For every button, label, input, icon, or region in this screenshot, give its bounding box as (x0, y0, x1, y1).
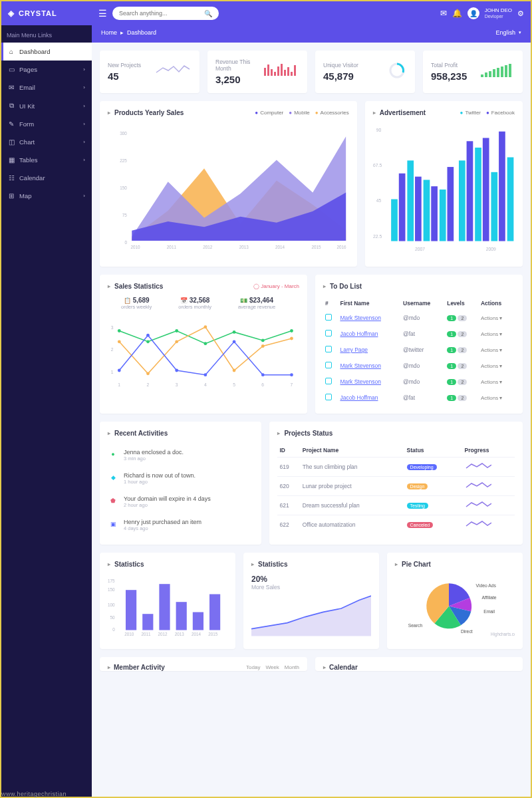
mail-icon[interactable]: ✉ (440, 9, 447, 18)
svg-text:2007: 2007 (415, 247, 425, 251)
search-box[interactable]: 🔍 (112, 7, 219, 20)
stat-value: 3,250 (215, 74, 256, 85)
svg-point-60 (233, 331, 236, 334)
svg-point-75 (261, 373, 265, 376)
svg-text:22.5: 22.5 (373, 234, 382, 239)
sidebar-item-pages[interactable]: ▭Pages› (1, 61, 92, 78)
svg-point-57 (146, 340, 150, 343)
svg-text:2012: 2012 (203, 245, 213, 249)
brand-logo[interactable]: ◈ CRYSTAL (1, 1, 92, 25)
actions-dropdown[interactable]: Actions ▾ (481, 379, 502, 385)
sidebar-item-calendar[interactable]: ☷Calendar (1, 169, 92, 187)
name-link[interactable]: Jacob Hoffman (340, 394, 378, 401)
progress-sparkline (465, 481, 491, 490)
checkbox[interactable] (325, 314, 332, 321)
menu-icon: ▦ (8, 156, 15, 164)
legend-accessories: Accessories (315, 110, 349, 116)
proj-id: 620 (277, 477, 300, 496)
breadcrumb-home[interactable]: Home (101, 29, 117, 36)
card-title: Pie Chart (402, 561, 431, 568)
search-icon[interactable]: 🔍 (204, 10, 212, 17)
tab-month[interactable]: Month (285, 664, 299, 670)
actions-dropdown[interactable]: Actions ▾ (481, 395, 502, 401)
checkbox[interactable] (325, 330, 332, 336)
sidebar-item-map[interactable]: ⊞Map› (1, 187, 92, 205)
language-selector[interactable]: English (495, 29, 515, 36)
actions-dropdown[interactable]: Actions ▾ (481, 363, 502, 369)
svg-text:Affiliate: Affiliate (482, 595, 497, 600)
bottom-stats-chart: 175150100500 201020112012201320142015 (108, 575, 227, 638)
svg-rect-17 (505, 65, 507, 77)
svg-text:2013: 2013 (175, 632, 185, 636)
sidebar-item-ui-kit[interactable]: ⧉UI Kit› (1, 96, 92, 115)
legend: Twitter Facebook (460, 110, 515, 116)
checkbox[interactable] (325, 362, 332, 368)
activity-time: 4 days ago (124, 525, 253, 531)
proj-name: Dream successful plan (301, 496, 405, 515)
svg-text:4: 4 (204, 382, 207, 387)
name-link[interactable]: Mark Stevenson (340, 378, 380, 385)
legend-computer: Computer (255, 110, 283, 116)
name-link[interactable]: Larry Page (340, 346, 368, 353)
svg-point-59 (203, 342, 207, 345)
metric: 💵$23,464average revenue (238, 297, 275, 310)
gear-icon[interactable]: ⚙ (517, 9, 524, 18)
bell-icon[interactable]: 🔔 (452, 9, 462, 18)
topbar: ☰ 🔍 ✉ 🔔 👤 JOHN DEO Devloper ⚙ (92, 1, 531, 25)
tab-week[interactable]: Week (265, 664, 279, 670)
bottom-stats-card: ▸Statistics 175150100500 201020112012201… (100, 553, 235, 649)
tab-today[interactable]: Today (246, 664, 260, 670)
svg-point-65 (175, 340, 178, 343)
activity-text: Henry just purchased an item (124, 519, 253, 525)
status-badge: Testing (407, 503, 428, 509)
avatar[interactable]: 👤 (467, 7, 479, 19)
checkbox[interactable] (325, 394, 332, 400)
sidebar-item-email[interactable]: ✉Email› (1, 78, 92, 96)
svg-text:2014: 2014 (192, 632, 201, 636)
menu-toggle-icon[interactable]: ☰ (98, 8, 107, 19)
actions-dropdown[interactable]: Actions ▾ (481, 315, 502, 321)
breadcrumb-current: Dashboard (127, 29, 156, 36)
menu-label: Form (19, 120, 34, 128)
advert-card: ▸ Advertisement Twitter Facebook 9067.5 … (365, 101, 523, 267)
menu-icon: ⊞ (8, 192, 15, 200)
svg-rect-39 (423, 180, 430, 241)
name-link[interactable]: Mark Stevenson (340, 315, 380, 321)
level-badge: 1 (447, 363, 456, 369)
actions-dropdown[interactable]: Actions ▾ (481, 331, 502, 337)
search-input[interactable] (119, 10, 204, 17)
name-link[interactable]: Jacob Hoffman (340, 331, 378, 337)
user-role: Devloper (485, 13, 512, 19)
stat-label: Total Profit (431, 62, 471, 68)
sidebar-item-chart[interactable]: ◫Chart› (1, 133, 92, 151)
menu-label: Pages (19, 66, 37, 73)
col-name: Project Name (301, 444, 405, 458)
svg-point-73 (203, 373, 207, 376)
user-name: JOHN DEO (485, 7, 512, 13)
menu-icon: ✎ (8, 120, 15, 128)
checkbox[interactable] (325, 378, 332, 384)
bottom-stats2-card: ▸Statistics 20% More Sales (243, 553, 379, 649)
svg-text:2012: 2012 (158, 632, 168, 636)
actions-dropdown[interactable]: Actions ▾ (481, 347, 502, 353)
menu-icon: ⌂ (8, 48, 15, 55)
stat-label: New Projects (108, 62, 148, 68)
svg-rect-43 (459, 160, 466, 241)
sidebar-item-dashboard[interactable]: ⌂Dashboard (1, 43, 92, 61)
status-badge: Developing (407, 464, 437, 470)
name-link[interactable]: Mark Stevenson (340, 362, 380, 369)
products-sales-chart: 300225 15075 0 2010201120122013201420152… (108, 123, 349, 256)
svg-rect-11 (481, 74, 483, 77)
col-actions: Actions (479, 297, 515, 310)
user-info[interactable]: JOHN DEO Devloper (485, 7, 512, 19)
card-title: Sales Statistics (114, 283, 163, 290)
status-badge: Canceled (407, 522, 434, 528)
sidebar-item-tables[interactable]: ▦Tables› (1, 151, 92, 169)
svg-text:2015: 2015 (311, 245, 321, 249)
stat-value: 958,235 (431, 70, 471, 82)
sidebar-item-form[interactable]: ✎Form› (1, 115, 92, 133)
checkbox[interactable] (325, 346, 332, 352)
svg-rect-46 (483, 138, 489, 241)
svg-rect-2 (271, 69, 273, 76)
svg-rect-41 (440, 190, 446, 241)
